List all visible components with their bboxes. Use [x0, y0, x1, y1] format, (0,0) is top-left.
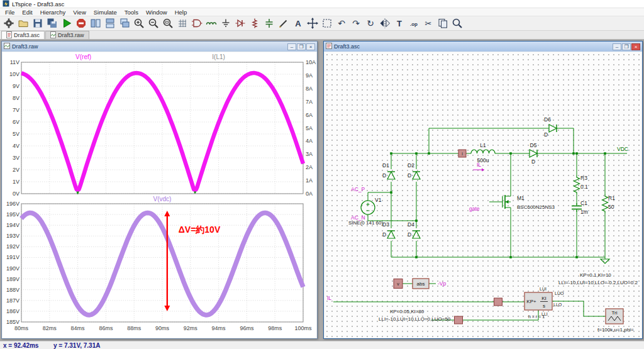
diode-symbol[interactable] — [413, 172, 420, 179]
drag-button[interactable] — [320, 17, 334, 30]
schematic-label: BSC600N25NS3 — [517, 204, 555, 210]
close-button[interactable]: × — [631, 43, 640, 50]
add-text-button[interactable]: T — [392, 17, 406, 30]
waveform-plot[interactable]: 0V1V2V3V4V5V6V7V8V9V10V11V0A1A2A3A4A5A6A… — [3, 52, 318, 339]
zoom-out-button[interactable] — [147, 17, 160, 30]
y-axis-tick-label: 7V — [13, 107, 19, 113]
schematic-label: V1 — [375, 197, 382, 203]
redo-button[interactable]: ↷ — [349, 17, 363, 30]
tab-label: Draft3.raw — [58, 32, 84, 38]
menu-help[interactable]: Help — [171, 9, 191, 16]
show-grid-button[interactable] — [175, 17, 189, 30]
restore-button[interactable]: ❐ — [297, 43, 306, 50]
menu-view[interactable]: View — [69, 9, 89, 16]
zoom-full-extents-button[interactable] — [161, 17, 175, 30]
close-button[interactable]: × — [306, 43, 315, 50]
schematic-window-title: Draft3.asc — [334, 43, 360, 50]
svg-text:Tri: Tri — [611, 310, 617, 316]
ground-symbol[interactable] — [601, 257, 609, 263]
minimize-button[interactable]: – — [613, 43, 621, 50]
add-inductor-button[interactable] — [204, 17, 218, 30]
tile-vertical-button[interactable] — [89, 17, 103, 30]
mirror-button[interactable] — [378, 17, 392, 30]
save-all-button[interactable] — [45, 17, 59, 30]
zoomin-icon — [133, 17, 145, 30]
svg-text:v: v — [397, 282, 399, 286]
add-net-label-button[interactable]: A — [291, 17, 305, 30]
add-resistor-button[interactable] — [248, 17, 262, 30]
behavioral-block[interactable]: abs — [413, 279, 429, 289]
rotate-button[interactable]: ↻ — [364, 17, 377, 30]
copy-button[interactable] — [436, 17, 450, 30]
diode-symbol[interactable] — [387, 172, 395, 179]
sensor-symbol[interactable] — [494, 298, 502, 306]
move-button[interactable] — [306, 17, 319, 30]
schematic-drawing[interactable]: ivabsKP+KIsTriAC_PAC_NgateILIL-VpV1SINE(… — [325, 52, 643, 339]
run-simulation-button[interactable] — [60, 17, 74, 30]
schematic-canvas[interactable]: ivabsKP+KIsTriAC_PAC_NgateILIL-VpV1SINE(… — [325, 52, 641, 338]
schematic-label: M1 — [517, 195, 525, 201]
sensor-symbol[interactable]: v — [394, 279, 402, 289]
menu-edit[interactable]: Edit — [18, 9, 36, 16]
halt-icon — [75, 17, 87, 30]
diode-symbol[interactable] — [549, 125, 557, 132]
restore-button[interactable]: ❐ — [622, 43, 631, 50]
menu-window[interactable]: Window — [142, 9, 171, 16]
menu-simulate[interactable]: Simulate — [90, 9, 121, 16]
menu-hierarchy[interactable]: Hierarchy — [36, 9, 70, 16]
behavioral-block[interactable]: KP+KIs — [525, 292, 552, 310]
toolbar: A↶↷↻T.op✂ — [0, 16, 644, 31]
sensor-symbol[interactable]: i — [458, 150, 466, 157]
draw-wire-button[interactable] — [277, 17, 291, 30]
add-capacitor-button[interactable] — [262, 17, 276, 30]
zoom-in-button[interactable] — [132, 17, 146, 30]
y-axis-tick-label: 6V — [13, 119, 19, 125]
waveform-canvas[interactable]: 0V1V2V3V4V5V6V7V8V9V10V11V0A1A2A3A4A5A6A… — [3, 52, 316, 338]
menu-tools[interactable]: Tools — [121, 9, 142, 16]
junction-dot — [390, 191, 392, 194]
behavioral-block[interactable]: Tri — [606, 309, 623, 324]
menu-file[interactable]: File — [1, 9, 18, 16]
y-axis-tick-label: 10V — [9, 71, 19, 77]
nmos-symbol[interactable] — [502, 189, 511, 214]
trace-name[interactable]: V(vdc) — [153, 196, 172, 202]
waveform-window[interactable]: Draft3.raw – ❐ × 0V1V2V3V4V5V6V7V8V9V10V… — [1, 41, 318, 339]
inductor-symbol[interactable] — [471, 150, 495, 153]
resistor-symbol[interactable] — [602, 194, 608, 213]
waveform-window-title: Draft3.raw — [12, 43, 38, 50]
sensor-symbol[interactable] — [455, 316, 463, 324]
vsource-symbol[interactable] — [361, 201, 375, 214]
undo-button[interactable]: ↶ — [335, 17, 348, 30]
waveform-window-titlebar[interactable]: Draft3.raw – ❐ × — [2, 42, 317, 52]
tile-horizontal-button[interactable] — [103, 17, 117, 30]
res-icon — [248, 17, 261, 30]
minimize-button[interactable]: – — [287, 43, 296, 50]
tab-draft3-raw[interactable]: Draft3.raw — [45, 31, 89, 39]
diode-symbol[interactable] — [413, 231, 420, 238]
find-button[interactable] — [450, 17, 464, 30]
schematic-window-titlebar[interactable]: Draft3.asc – ❐ × — [324, 42, 642, 52]
trace-name[interactable]: I(L1) — [212, 53, 225, 60]
cascade-windows-button[interactable] — [118, 17, 131, 30]
add-component-button[interactable] — [190, 17, 204, 30]
diode-symbol[interactable] — [387, 231, 395, 238]
spice-directive-button[interactable]: .op — [407, 17, 421, 30]
save-button[interactable] — [31, 17, 45, 30]
halt-simulation-button[interactable] — [74, 17, 88, 30]
diode-symbol[interactable] — [530, 150, 537, 157]
resistor-symbol[interactable] — [574, 175, 580, 194]
add-diode-button[interactable] — [233, 17, 247, 30]
add-ground-button[interactable] — [219, 17, 233, 30]
y-axis-tick-label: 2V — [13, 167, 19, 173]
cap-icon — [263, 17, 275, 30]
open-file-button[interactable] — [16, 17, 30, 30]
trace-name[interactable]: V(ref) — [75, 53, 91, 60]
svg-text:abs: abs — [417, 281, 425, 287]
rotate-icon: ↻ — [364, 17, 377, 30]
delta-v-annotation: ΔV=約10V — [179, 224, 221, 235]
tab-draft3-asc[interactable]: Draft3.asc — [1, 31, 45, 39]
settings-button[interactable] — [2, 17, 16, 30]
cut-button[interactable]: ✂ — [421, 17, 435, 30]
schematic-file-icon — [6, 31, 12, 40]
schematic-window[interactable]: Draft3.asc – ❐ × ivabsKP+KIsTriAC_PAC_Ng… — [323, 41, 643, 339]
